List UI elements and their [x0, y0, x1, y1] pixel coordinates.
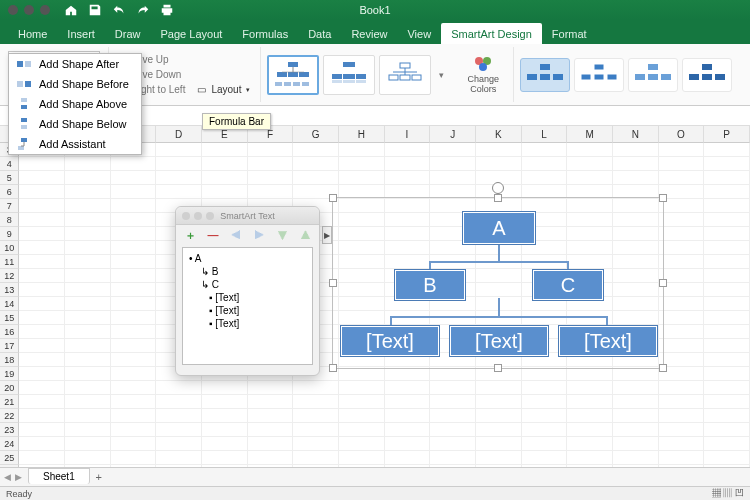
- cell[interactable]: [613, 367, 659, 381]
- cell[interactable]: [613, 381, 659, 395]
- row-header[interactable]: 8: [0, 213, 19, 227]
- cell[interactable]: [704, 283, 750, 297]
- cell[interactable]: [19, 451, 65, 465]
- cell[interactable]: [19, 213, 65, 227]
- redo-icon[interactable]: [136, 3, 150, 17]
- cell[interactable]: [248, 451, 294, 465]
- cell[interactable]: [659, 213, 705, 227]
- outline-item[interactable]: ↳ B: [189, 265, 306, 278]
- resize-n[interactable]: [494, 194, 502, 202]
- cell[interactable]: [248, 437, 294, 451]
- cell[interactable]: [293, 143, 339, 157]
- home-icon[interactable]: [64, 3, 78, 17]
- cell[interactable]: [522, 367, 568, 381]
- cell[interactable]: [65, 325, 111, 339]
- tab-insert[interactable]: Insert: [57, 23, 105, 44]
- row-header[interactable]: 9: [0, 227, 19, 241]
- cell[interactable]: [202, 451, 248, 465]
- node-text-1[interactable]: [Text]: [341, 326, 439, 356]
- resize-nw[interactable]: [329, 194, 337, 202]
- cell[interactable]: [659, 311, 705, 325]
- cell[interactable]: [385, 395, 431, 409]
- cell[interactable]: [659, 241, 705, 255]
- row-header[interactable]: 24: [0, 437, 19, 451]
- cell[interactable]: [659, 255, 705, 269]
- cell[interactable]: [65, 353, 111, 367]
- cell[interactable]: [704, 339, 750, 353]
- col-header[interactable]: I: [385, 126, 431, 143]
- cell[interactable]: [704, 199, 750, 213]
- cell[interactable]: [111, 423, 157, 437]
- cell[interactable]: [659, 339, 705, 353]
- cell[interactable]: [704, 311, 750, 325]
- cell[interactable]: [476, 143, 522, 157]
- print-icon[interactable]: [160, 3, 174, 17]
- cell[interactable]: [65, 423, 111, 437]
- row-header[interactable]: 7: [0, 199, 19, 213]
- cell[interactable]: [111, 311, 157, 325]
- cell[interactable]: [111, 409, 157, 423]
- cell[interactable]: [156, 437, 202, 451]
- cell[interactable]: [704, 437, 750, 451]
- tab-formulas[interactable]: Formulas: [232, 23, 298, 44]
- cell[interactable]: [339, 381, 385, 395]
- cell[interactable]: [385, 171, 431, 185]
- cell[interactable]: [430, 409, 476, 423]
- cell[interactable]: [704, 395, 750, 409]
- cell[interactable]: [248, 381, 294, 395]
- cell[interactable]: [704, 213, 750, 227]
- move-down-icon[interactable]: ⯆: [277, 229, 288, 241]
- cell[interactable]: [65, 381, 111, 395]
- cell[interactable]: [613, 157, 659, 171]
- cell[interactable]: [19, 297, 65, 311]
- col-header[interactable]: P: [704, 126, 750, 143]
- resize-s[interactable]: [494, 364, 502, 372]
- cell[interactable]: [65, 157, 111, 171]
- cell[interactable]: [704, 353, 750, 367]
- cell[interactable]: [430, 451, 476, 465]
- row-header[interactable]: 20: [0, 381, 19, 395]
- cell[interactable]: [65, 451, 111, 465]
- max-dot[interactable]: [40, 5, 50, 15]
- cell[interactable]: [19, 199, 65, 213]
- menu-add-assistant[interactable]: Add Assistant: [9, 134, 141, 154]
- cell[interactable]: [202, 423, 248, 437]
- cell[interactable]: [476, 157, 522, 171]
- col-header[interactable]: M: [567, 126, 613, 143]
- cell[interactable]: [659, 409, 705, 423]
- cell[interactable]: [385, 367, 431, 381]
- col-header[interactable]: N: [613, 126, 659, 143]
- cell[interactable]: [19, 437, 65, 451]
- cell[interactable]: [430, 381, 476, 395]
- cell[interactable]: [476, 451, 522, 465]
- cell[interactable]: [293, 171, 339, 185]
- row-header[interactable]: 18: [0, 353, 19, 367]
- cell[interactable]: [19, 283, 65, 297]
- menu-add-shape-after[interactable]: Add Shape After: [9, 54, 141, 74]
- cell[interactable]: [704, 381, 750, 395]
- cell[interactable]: [65, 283, 111, 297]
- cell[interactable]: [19, 269, 65, 283]
- cell[interactable]: [65, 171, 111, 185]
- cell[interactable]: [385, 451, 431, 465]
- cell[interactable]: [293, 409, 339, 423]
- row-header[interactable]: 13: [0, 283, 19, 297]
- outdent-icon[interactable]: ⯇: [231, 229, 242, 241]
- cell[interactable]: [659, 423, 705, 437]
- cell[interactable]: [156, 423, 202, 437]
- style-2[interactable]: [574, 58, 624, 92]
- cell[interactable]: [430, 437, 476, 451]
- col-header[interactable]: L: [522, 126, 568, 143]
- cell[interactable]: [202, 381, 248, 395]
- cell[interactable]: [567, 381, 613, 395]
- cell[interactable]: [202, 185, 248, 199]
- row-header[interactable]: 12: [0, 269, 19, 283]
- row-header[interactable]: 15: [0, 311, 19, 325]
- cell[interactable]: [385, 409, 431, 423]
- resize-se[interactable]: [659, 364, 667, 372]
- tab-format[interactable]: Format: [542, 23, 597, 44]
- cell[interactable]: [111, 451, 157, 465]
- cell[interactable]: [19, 395, 65, 409]
- row-header[interactable]: 5: [0, 171, 19, 185]
- cell[interactable]: [19, 157, 65, 171]
